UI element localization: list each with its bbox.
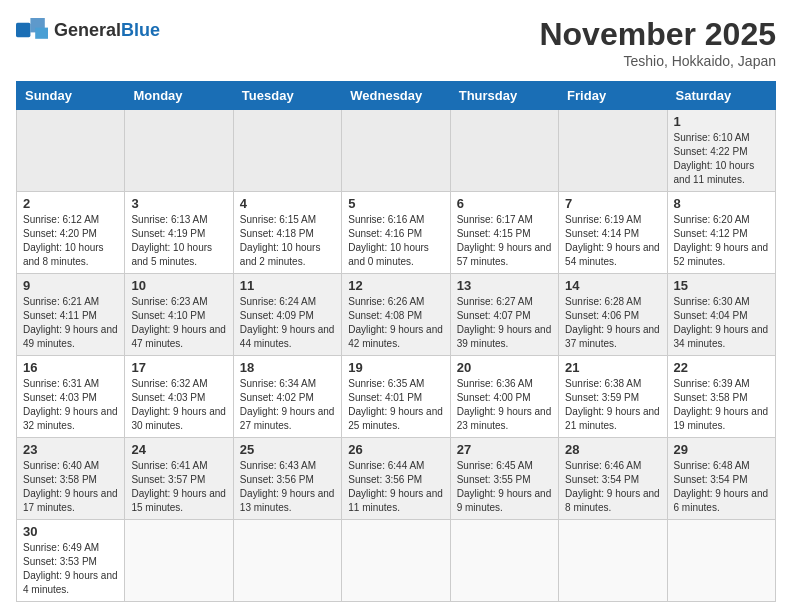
day-number: 17 — [131, 360, 226, 375]
calendar-cell: 28Sunrise: 6:46 AM Sunset: 3:54 PM Dayli… — [559, 438, 667, 520]
calendar-cell — [125, 110, 233, 192]
day-info: Sunrise: 6:49 AM Sunset: 3:53 PM Dayligh… — [23, 541, 118, 597]
location: Teshio, Hokkaido, Japan — [539, 53, 776, 69]
weekday-header-row: SundayMondayTuesdayWednesdayThursdayFrid… — [17, 82, 776, 110]
calendar-cell — [342, 110, 450, 192]
calendar-cell — [233, 110, 341, 192]
logo: GeneralBlue — [16, 16, 160, 44]
weekday-header-tuesday: Tuesday — [233, 82, 341, 110]
weekday-header-sunday: Sunday — [17, 82, 125, 110]
calendar-cell: 4Sunrise: 6:15 AM Sunset: 4:18 PM Daylig… — [233, 192, 341, 274]
svg-rect-0 — [16, 23, 30, 37]
day-number: 20 — [457, 360, 552, 375]
day-number: 14 — [565, 278, 660, 293]
weekday-header-thursday: Thursday — [450, 82, 558, 110]
day-number: 27 — [457, 442, 552, 457]
calendar-cell: 12Sunrise: 6:26 AM Sunset: 4:08 PM Dayli… — [342, 274, 450, 356]
day-info: Sunrise: 6:39 AM Sunset: 3:58 PM Dayligh… — [674, 377, 769, 433]
calendar-week-row: 9Sunrise: 6:21 AM Sunset: 4:11 PM Daylig… — [17, 274, 776, 356]
day-number: 25 — [240, 442, 335, 457]
calendar-cell: 22Sunrise: 6:39 AM Sunset: 3:58 PM Dayli… — [667, 356, 775, 438]
title-block: November 2025 Teshio, Hokkaido, Japan — [539, 16, 776, 69]
day-info: Sunrise: 6:46 AM Sunset: 3:54 PM Dayligh… — [565, 459, 660, 515]
day-info: Sunrise: 6:13 AM Sunset: 4:19 PM Dayligh… — [131, 213, 226, 269]
page-header: GeneralBlue November 2025 Teshio, Hokkai… — [16, 16, 776, 69]
calendar-cell — [559, 520, 667, 602]
day-number: 5 — [348, 196, 443, 211]
day-number: 7 — [565, 196, 660, 211]
calendar-cell: 18Sunrise: 6:34 AM Sunset: 4:02 PM Dayli… — [233, 356, 341, 438]
day-number: 15 — [674, 278, 769, 293]
day-number: 6 — [457, 196, 552, 211]
day-number: 13 — [457, 278, 552, 293]
calendar-cell — [125, 520, 233, 602]
day-info: Sunrise: 6:43 AM Sunset: 3:56 PM Dayligh… — [240, 459, 335, 515]
calendar-cell — [450, 110, 558, 192]
day-number: 9 — [23, 278, 118, 293]
day-info: Sunrise: 6:24 AM Sunset: 4:09 PM Dayligh… — [240, 295, 335, 351]
day-number: 18 — [240, 360, 335, 375]
day-number: 16 — [23, 360, 118, 375]
day-info: Sunrise: 6:40 AM Sunset: 3:58 PM Dayligh… — [23, 459, 118, 515]
calendar-cell: 23Sunrise: 6:40 AM Sunset: 3:58 PM Dayli… — [17, 438, 125, 520]
calendar-week-row: 16Sunrise: 6:31 AM Sunset: 4:03 PM Dayli… — [17, 356, 776, 438]
calendar-cell: 1Sunrise: 6:10 AM Sunset: 4:22 PM Daylig… — [667, 110, 775, 192]
day-info: Sunrise: 6:31 AM Sunset: 4:03 PM Dayligh… — [23, 377, 118, 433]
day-info: Sunrise: 6:19 AM Sunset: 4:14 PM Dayligh… — [565, 213, 660, 269]
calendar-week-row: 2Sunrise: 6:12 AM Sunset: 4:20 PM Daylig… — [17, 192, 776, 274]
logo-text: GeneralBlue — [54, 20, 160, 41]
calendar-cell: 20Sunrise: 6:36 AM Sunset: 4:00 PM Dayli… — [450, 356, 558, 438]
day-info: Sunrise: 6:10 AM Sunset: 4:22 PM Dayligh… — [674, 131, 769, 187]
calendar-cell: 21Sunrise: 6:38 AM Sunset: 3:59 PM Dayli… — [559, 356, 667, 438]
calendar-cell: 24Sunrise: 6:41 AM Sunset: 3:57 PM Dayli… — [125, 438, 233, 520]
calendar-cell: 19Sunrise: 6:35 AM Sunset: 4:01 PM Dayli… — [342, 356, 450, 438]
calendar-cell — [450, 520, 558, 602]
weekday-header-wednesday: Wednesday — [342, 82, 450, 110]
day-info: Sunrise: 6:21 AM Sunset: 4:11 PM Dayligh… — [23, 295, 118, 351]
day-number: 8 — [674, 196, 769, 211]
day-info: Sunrise: 6:15 AM Sunset: 4:18 PM Dayligh… — [240, 213, 335, 269]
day-info: Sunrise: 6:23 AM Sunset: 4:10 PM Dayligh… — [131, 295, 226, 351]
calendar-cell: 17Sunrise: 6:32 AM Sunset: 4:03 PM Dayli… — [125, 356, 233, 438]
calendar-week-row: 30Sunrise: 6:49 AM Sunset: 3:53 PM Dayli… — [17, 520, 776, 602]
day-info: Sunrise: 6:36 AM Sunset: 4:00 PM Dayligh… — [457, 377, 552, 433]
day-info: Sunrise: 6:30 AM Sunset: 4:04 PM Dayligh… — [674, 295, 769, 351]
calendar-cell: 8Sunrise: 6:20 AM Sunset: 4:12 PM Daylig… — [667, 192, 775, 274]
day-number: 23 — [23, 442, 118, 457]
calendar-cell — [559, 110, 667, 192]
calendar-cell: 27Sunrise: 6:45 AM Sunset: 3:55 PM Dayli… — [450, 438, 558, 520]
day-number: 4 — [240, 196, 335, 211]
svg-marker-2 — [35, 28, 48, 39]
day-number: 24 — [131, 442, 226, 457]
day-number: 3 — [131, 196, 226, 211]
calendar-cell: 16Sunrise: 6:31 AM Sunset: 4:03 PM Dayli… — [17, 356, 125, 438]
day-info: Sunrise: 6:20 AM Sunset: 4:12 PM Dayligh… — [674, 213, 769, 269]
day-info: Sunrise: 6:38 AM Sunset: 3:59 PM Dayligh… — [565, 377, 660, 433]
calendar-cell: 5Sunrise: 6:16 AM Sunset: 4:16 PM Daylig… — [342, 192, 450, 274]
calendar-cell: 30Sunrise: 6:49 AM Sunset: 3:53 PM Dayli… — [17, 520, 125, 602]
calendar-cell: 10Sunrise: 6:23 AM Sunset: 4:10 PM Dayli… — [125, 274, 233, 356]
day-number: 12 — [348, 278, 443, 293]
day-number: 21 — [565, 360, 660, 375]
day-info: Sunrise: 6:32 AM Sunset: 4:03 PM Dayligh… — [131, 377, 226, 433]
calendar-cell: 2Sunrise: 6:12 AM Sunset: 4:20 PM Daylig… — [17, 192, 125, 274]
day-info: Sunrise: 6:27 AM Sunset: 4:07 PM Dayligh… — [457, 295, 552, 351]
day-info: Sunrise: 6:45 AM Sunset: 3:55 PM Dayligh… — [457, 459, 552, 515]
day-info: Sunrise: 6:48 AM Sunset: 3:54 PM Dayligh… — [674, 459, 769, 515]
day-number: 10 — [131, 278, 226, 293]
calendar-cell: 9Sunrise: 6:21 AM Sunset: 4:11 PM Daylig… — [17, 274, 125, 356]
calendar-cell: 13Sunrise: 6:27 AM Sunset: 4:07 PM Dayli… — [450, 274, 558, 356]
day-number: 1 — [674, 114, 769, 129]
calendar-cell — [342, 520, 450, 602]
calendar-table: SundayMondayTuesdayWednesdayThursdayFrid… — [16, 81, 776, 602]
day-number: 29 — [674, 442, 769, 457]
day-number: 2 — [23, 196, 118, 211]
day-number: 30 — [23, 524, 118, 539]
generalblue-logo-icon — [16, 16, 48, 44]
calendar-cell: 14Sunrise: 6:28 AM Sunset: 4:06 PM Dayli… — [559, 274, 667, 356]
day-info: Sunrise: 6:34 AM Sunset: 4:02 PM Dayligh… — [240, 377, 335, 433]
weekday-header-friday: Friday — [559, 82, 667, 110]
calendar-cell: 26Sunrise: 6:44 AM Sunset: 3:56 PM Dayli… — [342, 438, 450, 520]
calendar-cell: 25Sunrise: 6:43 AM Sunset: 3:56 PM Dayli… — [233, 438, 341, 520]
day-number: 22 — [674, 360, 769, 375]
